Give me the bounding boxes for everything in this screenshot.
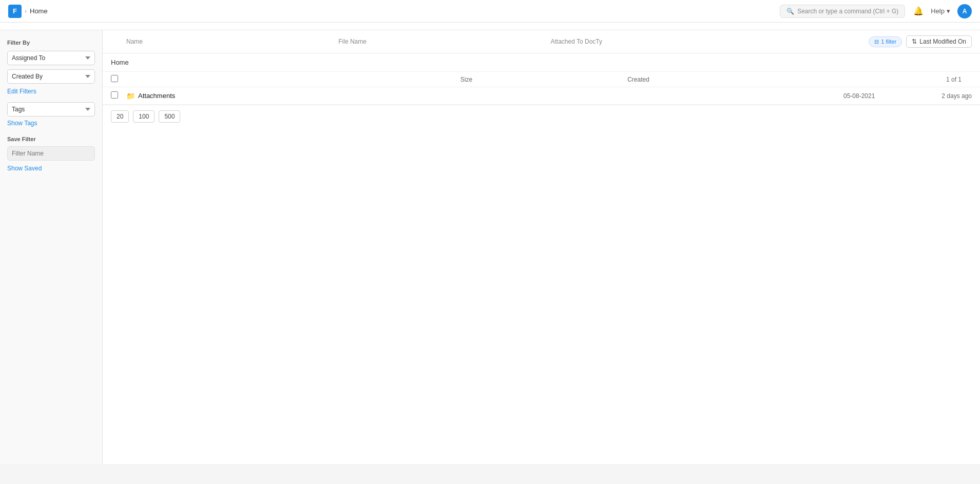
filter-sidebar: Filter By Assigned To Created By Edit Fi… — [0, 30, 103, 464]
breadcrumb-row: Home — [103, 53, 980, 72]
sub-column-headers: Size Created 1 of 1 — [103, 72, 980, 87]
search-placeholder-text: Search or type a command (Ctrl + G) — [797, 8, 898, 15]
assigned-to-filter[interactable]: Assigned To — [7, 51, 95, 65]
filter-icon: ⊟ — [874, 38, 879, 45]
row-name[interactable]: 📁 Attachments — [126, 92, 331, 100]
content-area: Filter By Assigned To Created By Edit Fi… — [0, 30, 980, 464]
folder-icon: 📁 — [126, 92, 135, 100]
help-chevron-icon: ▾ — [947, 7, 950, 15]
sort-label: Last Modified On — [919, 38, 966, 45]
row-modified: 2 days ago — [910, 92, 972, 100]
row-created: 05-08-2021 — [843, 92, 910, 100]
col-header-pageof: 1 of 1 — [795, 76, 972, 83]
show-saved-link[interactable]: Show Saved — [7, 165, 95, 172]
save-filter-label: Save Filter — [7, 136, 95, 142]
file-area: Name File Name Attached To DocTy ⊟ 1 fil… — [103, 30, 980, 464]
col-header-name: Name — [126, 38, 338, 45]
filter-badge[interactable]: ⊟ 1 filter — [869, 36, 902, 47]
pagination-option-500[interactable]: 500 — [159, 110, 180, 123]
edit-filters-link[interactable]: Edit Filters — [7, 88, 95, 95]
col-header-size: Size — [460, 76, 627, 83]
row-checkbox[interactable] — [111, 91, 126, 100]
sort-button[interactable]: ⇅ Last Modified On — [906, 35, 972, 48]
notification-bell[interactable]: 🔔 — [913, 6, 924, 16]
pagination-option-100[interactable]: 100 — [133, 110, 155, 123]
global-search[interactable]: 🔍 Search or type a command (Ctrl + G) — [780, 5, 905, 18]
filter-count: 1 filter — [881, 38, 896, 45]
col-header-created: Created — [627, 76, 794, 83]
tags-filter[interactable]: Tags — [7, 102, 95, 117]
file-rows-container: 📁 Attachments 05-08-2021 2 days ago — [103, 87, 980, 105]
table-header-row: Name File Name Attached To DocTy ⊟ 1 fil… — [103, 30, 980, 53]
select-all-checkbox[interactable] — [111, 75, 118, 82]
col-header-filename: File Name — [338, 38, 550, 45]
help-label: Help — [931, 7, 945, 15]
pagination-footer: 20100500 — [103, 105, 980, 128]
created-by-filter[interactable]: Created By — [7, 69, 95, 84]
sort-icon: ⇅ — [912, 38, 917, 45]
app-logo[interactable]: F — [8, 5, 22, 18]
pagination-option-20[interactable]: 20 — [111, 110, 129, 123]
breadcrumb-home[interactable]: Home — [111, 59, 129, 66]
search-icon: 🔍 — [786, 8, 794, 15]
filter-by-label: Filter By — [7, 40, 95, 46]
show-tags-link[interactable]: Show Tags — [7, 120, 95, 127]
user-avatar[interactable]: A — [957, 4, 972, 18]
help-menu[interactable]: Help ▾ — [931, 7, 950, 15]
table-row: 📁 Attachments 05-08-2021 2 days ago — [103, 87, 980, 105]
navbar: F › Home 🔍 Search or type a command (Ctr… — [0, 0, 980, 23]
breadcrumb-chevron: › — [25, 8, 27, 15]
filter-name-input[interactable] — [7, 146, 95, 161]
col-header-attached: Attached To DocTy — [550, 38, 762, 45]
nav-breadcrumb[interactable]: Home — [30, 7, 48, 15]
